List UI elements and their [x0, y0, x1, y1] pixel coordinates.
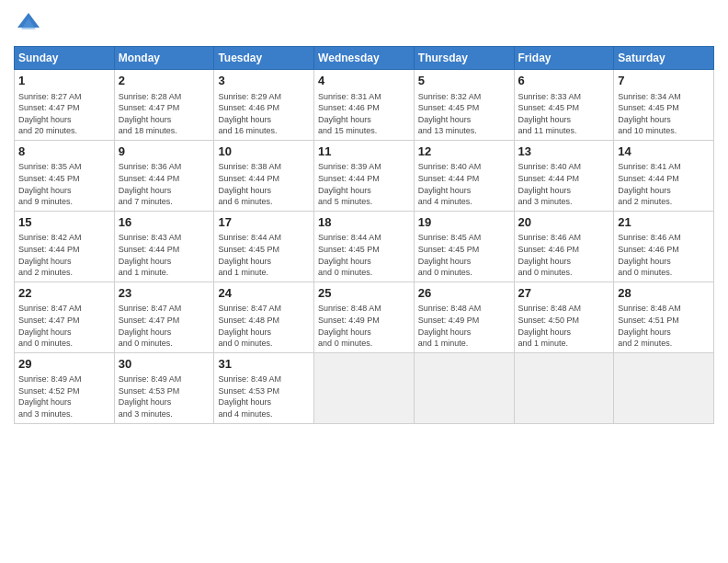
day-info: Sunrise: 8:49 AMSunset: 4:53 PMDaylight …: [218, 373, 310, 419]
calendar-cell: 12Sunrise: 8:40 AMSunset: 4:44 PMDayligh…: [414, 140, 514, 211]
weekday-monday: Monday: [114, 47, 214, 70]
day-info: Sunrise: 8:31 AMSunset: 4:46 PMDaylight …: [318, 91, 410, 137]
day-number: 26: [418, 285, 510, 302]
calendar-cell: 2Sunrise: 8:28 AMSunset: 4:47 PMDaylight…: [114, 70, 214, 141]
weekday-header-row: SundayMondayTuesdayWednesdayThursdayFrid…: [15, 47, 714, 70]
day-number: 15: [18, 214, 110, 231]
day-info: Sunrise: 8:45 AMSunset: 4:45 PMDaylight …: [418, 232, 510, 278]
day-info: Sunrise: 8:34 AMSunset: 4:45 PMDaylight …: [618, 91, 710, 137]
day-number: 19: [418, 214, 510, 231]
calendar-cell: 27Sunrise: 8:48 AMSunset: 4:50 PMDayligh…: [514, 282, 614, 352]
day-info: Sunrise: 8:48 AMSunset: 4:51 PMDaylight …: [618, 303, 710, 349]
calendar-cell: 14Sunrise: 8:41 AMSunset: 4:44 PMDayligh…: [614, 140, 714, 211]
day-number: 17: [218, 214, 310, 231]
calendar-cell: 22Sunrise: 8:47 AMSunset: 4:47 PMDayligh…: [15, 282, 115, 352]
calendar-cell: 23Sunrise: 8:47 AMSunset: 4:47 PMDayligh…: [114, 282, 214, 352]
day-info: Sunrise: 8:39 AMSunset: 4:44 PMDaylight …: [318, 161, 410, 207]
day-number: 3: [218, 73, 310, 89]
day-number: 21: [618, 214, 710, 231]
calendar-cell: 26Sunrise: 8:48 AMSunset: 4:49 PMDayligh…: [414, 282, 514, 352]
weekday-thursday: Thursday: [414, 47, 514, 70]
week-row-4: 22Sunrise: 8:47 AMSunset: 4:47 PMDayligh…: [15, 282, 714, 352]
weekday-sunday: Sunday: [15, 47, 115, 70]
day-number: 1: [18, 73, 110, 89]
day-info: Sunrise: 8:36 AMSunset: 4:44 PMDaylight …: [119, 161, 210, 207]
day-number: 8: [18, 144, 110, 160]
logo-icon: [14, 9, 43, 39]
day-info: Sunrise: 8:35 AMSunset: 4:45 PMDaylight …: [18, 161, 110, 207]
calendar-cell: 16Sunrise: 8:43 AMSunset: 4:44 PMDayligh…: [114, 211, 214, 282]
day-number: 28: [618, 285, 710, 302]
week-row-1: 1Sunrise: 8:27 AMSunset: 4:47 PMDaylight…: [15, 70, 714, 141]
day-info: Sunrise: 8:43 AMSunset: 4:44 PMDaylight …: [119, 232, 210, 278]
day-info: Sunrise: 8:40 AMSunset: 4:44 PMDaylight …: [518, 161, 610, 207]
calendar-cell: 11Sunrise: 8:39 AMSunset: 4:44 PMDayligh…: [314, 140, 415, 211]
week-row-5: 29Sunrise: 8:49 AMSunset: 4:52 PMDayligh…: [15, 352, 714, 423]
calendar-cell: 15Sunrise: 8:42 AMSunset: 4:44 PMDayligh…: [15, 211, 115, 282]
calendar-cell: 17Sunrise: 8:44 AMSunset: 4:45 PMDayligh…: [214, 211, 314, 282]
day-number: 18: [318, 214, 410, 231]
day-number: 30: [119, 356, 210, 373]
day-number: 25: [318, 285, 410, 302]
calendar-cell: 7Sunrise: 8:34 AMSunset: 4:45 PMDaylight…: [614, 70, 714, 141]
calendar-cell: 21Sunrise: 8:46 AMSunset: 4:46 PMDayligh…: [614, 211, 714, 282]
day-number: 14: [618, 144, 710, 160]
day-number: 7: [618, 73, 710, 89]
calendar-cell: 24Sunrise: 8:47 AMSunset: 4:48 PMDayligh…: [214, 282, 314, 352]
calendar-cell: [614, 352, 714, 423]
day-number: 24: [218, 285, 310, 302]
week-row-3: 15Sunrise: 8:42 AMSunset: 4:44 PMDayligh…: [15, 211, 714, 282]
day-info: Sunrise: 8:46 AMSunset: 4:46 PMDaylight …: [518, 232, 610, 278]
day-info: Sunrise: 8:32 AMSunset: 4:45 PMDaylight …: [418, 91, 510, 137]
calendar-page: SundayMondayTuesdayWednesdayThursdayFrid…: [0, 0, 728, 563]
day-info: Sunrise: 8:47 AMSunset: 4:48 PMDaylight …: [218, 303, 310, 349]
day-info: Sunrise: 8:38 AMSunset: 4:44 PMDaylight …: [218, 161, 310, 207]
day-info: Sunrise: 8:33 AMSunset: 4:45 PMDaylight …: [518, 91, 610, 137]
day-info: Sunrise: 8:48 AMSunset: 4:49 PMDaylight …: [418, 303, 510, 349]
day-number: 11: [318, 144, 410, 160]
calendar-cell: 1Sunrise: 8:27 AMSunset: 4:47 PMDaylight…: [15, 70, 115, 141]
calendar-cell: 29Sunrise: 8:49 AMSunset: 4:52 PMDayligh…: [15, 352, 115, 423]
day-number: 20: [518, 214, 610, 231]
calendar-cell: 13Sunrise: 8:40 AMSunset: 4:44 PMDayligh…: [514, 140, 614, 211]
calendar-cell: 31Sunrise: 8:49 AMSunset: 4:53 PMDayligh…: [214, 352, 314, 423]
day-number: 4: [318, 73, 410, 89]
day-info: Sunrise: 8:48 AMSunset: 4:50 PMDaylight …: [518, 303, 610, 349]
calendar-cell: [314, 352, 415, 423]
day-info: Sunrise: 8:27 AMSunset: 4:47 PMDaylight …: [18, 91, 110, 137]
calendar-table: SundayMondayTuesdayWednesdayThursdayFrid…: [14, 46, 714, 424]
day-number: 27: [518, 285, 610, 302]
logo: [14, 9, 47, 39]
day-info: Sunrise: 8:47 AMSunset: 4:47 PMDaylight …: [119, 303, 210, 349]
calendar-cell: 9Sunrise: 8:36 AMSunset: 4:44 PMDaylight…: [114, 140, 214, 211]
day-info: Sunrise: 8:46 AMSunset: 4:46 PMDaylight …: [618, 232, 710, 278]
day-info: Sunrise: 8:41 AMSunset: 4:44 PMDaylight …: [618, 161, 710, 207]
day-info: Sunrise: 8:49 AMSunset: 4:52 PMDaylight …: [18, 373, 110, 419]
weekday-wednesday: Wednesday: [314, 47, 415, 70]
calendar-cell: 28Sunrise: 8:48 AMSunset: 4:51 PMDayligh…: [614, 282, 714, 352]
day-number: 9: [119, 144, 210, 160]
calendar-cell: 5Sunrise: 8:32 AMSunset: 4:45 PMDaylight…: [414, 70, 514, 141]
day-info: Sunrise: 8:47 AMSunset: 4:47 PMDaylight …: [18, 303, 110, 349]
calendar-cell: 30Sunrise: 8:49 AMSunset: 4:53 PMDayligh…: [114, 352, 214, 423]
day-info: Sunrise: 8:40 AMSunset: 4:44 PMDaylight …: [418, 161, 510, 207]
week-row-2: 8Sunrise: 8:35 AMSunset: 4:45 PMDaylight…: [15, 140, 714, 211]
weekday-saturday: Saturday: [614, 47, 714, 70]
calendar-cell: 8Sunrise: 8:35 AMSunset: 4:45 PMDaylight…: [15, 140, 115, 211]
calendar-cell: 6Sunrise: 8:33 AMSunset: 4:45 PMDaylight…: [514, 70, 614, 141]
weekday-tuesday: Tuesday: [214, 47, 314, 70]
calendar-cell: 19Sunrise: 8:45 AMSunset: 4:45 PMDayligh…: [414, 211, 514, 282]
day-number: 13: [518, 144, 610, 160]
calendar-cell: 20Sunrise: 8:46 AMSunset: 4:46 PMDayligh…: [514, 211, 614, 282]
day-number: 12: [418, 144, 510, 160]
day-number: 29: [18, 356, 110, 373]
day-info: Sunrise: 8:42 AMSunset: 4:44 PMDaylight …: [18, 232, 110, 278]
day-number: 5: [418, 73, 510, 89]
calendar-cell: 25Sunrise: 8:48 AMSunset: 4:49 PMDayligh…: [314, 282, 415, 352]
calendar-cell: 18Sunrise: 8:44 AMSunset: 4:45 PMDayligh…: [314, 211, 415, 282]
calendar-cell: 10Sunrise: 8:38 AMSunset: 4:44 PMDayligh…: [214, 140, 314, 211]
calendar-cell: 3Sunrise: 8:29 AMSunset: 4:46 PMDaylight…: [214, 70, 314, 141]
day-number: 23: [119, 285, 210, 302]
weekday-friday: Friday: [514, 47, 614, 70]
day-number: 16: [119, 214, 210, 231]
